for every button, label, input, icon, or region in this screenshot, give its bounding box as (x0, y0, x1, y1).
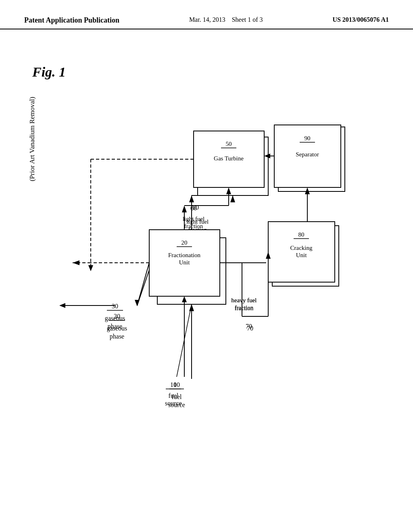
svg-text:Cracking: Cracking (290, 245, 313, 251)
svg-text:source: source (165, 400, 182, 407)
svg-marker-84 (305, 187, 310, 194)
svg-marker-97 (135, 300, 140, 306)
svg-text:90: 90 (305, 135, 311, 141)
svg-text:fraction: fraction (184, 223, 203, 229)
svg-text:Unit: Unit (296, 252, 307, 258)
flow-diagram-svg: 20 Fractionation Unit 50 Gas Turbine 80 … (24, 56, 387, 516)
svg-text:50: 50 (226, 141, 232, 147)
svg-text:10: 10 (170, 381, 177, 388)
diagram-area: Fig. 1 (Prior Art Vanadium Removal) 20 F… (24, 56, 387, 516)
svg-text:heavy fuel: heavy fuel (232, 297, 257, 303)
svg-text:Fractionation: Fractionation (168, 252, 200, 258)
svg-text:80: 80 (298, 231, 305, 238)
header-sheet: Sheet 1 of 3 (232, 16, 263, 23)
svg-text:Separator: Separator (296, 151, 319, 158)
svg-text:70: 70 (246, 323, 252, 330)
svg-marker-72 (182, 206, 187, 212)
svg-marker-94 (59, 303, 65, 308)
svg-marker-75 (226, 187, 231, 194)
svg-marker-89 (88, 265, 93, 271)
svg-text:fuel: fuel (169, 392, 179, 399)
header-right: US 2013/0065076 A1 (332, 16, 389, 23)
svg-marker-86 (264, 154, 270, 158)
header-left: Patent Application Publication (24, 16, 119, 25)
svg-text:light fuel: light fuel (183, 216, 205, 222)
svg-text:gaseous: gaseous (105, 315, 125, 322)
svg-text:Gas Turbine: Gas Turbine (214, 155, 244, 162)
header: Patent Application Publication Mar. 14, … (0, 0, 413, 29)
svg-text:phase: phase (108, 323, 122, 330)
svg-text:Unit: Unit (179, 259, 190, 266)
svg-text:30: 30 (112, 303, 118, 310)
svg-text:fraction: fraction (235, 304, 254, 311)
header-date: Mar. 14, 2013 (189, 16, 225, 23)
svg-marker-70 (182, 296, 187, 302)
svg-text:20: 20 (181, 239, 188, 246)
page: Patent Application Publication Mar. 14, … (0, 0, 413, 532)
header-center: Mar. 14, 2013 Sheet 1 of 3 (189, 16, 263, 23)
